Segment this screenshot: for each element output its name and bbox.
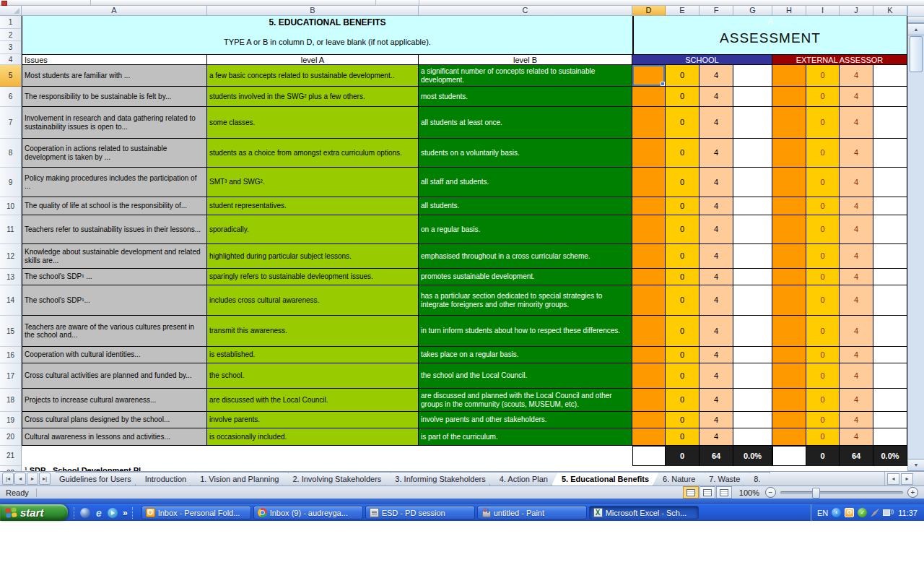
previous-sheet-button[interactable]: ◂ (14, 473, 26, 485)
school-zero-cell[interactable]: 0 (666, 87, 699, 107)
row-number[interactable]: 20 (0, 428, 22, 446)
external-four-cell[interactable]: 4 (840, 244, 873, 269)
scroll-down-button[interactable]: ▼ (908, 459, 924, 471)
taskbar-window-button[interactable]: Inbox - Personal Fold... (141, 506, 251, 519)
external-four-cell[interactable]: 4 (840, 107, 873, 139)
row-number[interactable]: 16 (0, 347, 22, 363)
row-number[interactable]: 18 (0, 389, 22, 412)
school-four-cell[interactable]: 4 (699, 285, 733, 316)
sheet-tab[interactable]: Guidelines for Users (56, 472, 141, 486)
taskbar-window-button[interactable]: Inbox (9) - audreyga... (253, 506, 363, 519)
school-four-cell[interactable]: 4 (699, 389, 733, 412)
school-zero-cell[interactable]: 0 (666, 428, 699, 446)
school-zero-cell[interactable]: 0 (666, 363, 699, 389)
select-all-corner[interactable] (0, 6, 22, 16)
sheet-tab[interactable]: 3. Informing Stakeholders (385, 472, 495, 486)
issue-cell[interactable]: Cross cultural plans designed by the sch… (22, 412, 207, 428)
external-zero-cell[interactable]: 0 (806, 65, 840, 87)
external-four-cell[interactable]: 4 (840, 168, 873, 197)
external-four-cell[interactable]: 4 (840, 269, 873, 285)
school-total-answer-cell[interactable] (632, 446, 666, 466)
external-zero-cell[interactable]: 0 (806, 244, 840, 269)
level-b-cell[interactable]: students on a voluntarily basis. (419, 139, 632, 168)
external-four-cell[interactable]: 4 (840, 428, 873, 446)
level-a-cell[interactable]: the school. (207, 363, 419, 389)
column-header-c[interactable]: C (419, 6, 632, 16)
external-zero-cell[interactable]: 0 (806, 139, 840, 168)
external-answer-cell[interactable] (772, 65, 806, 87)
external-zero-cell[interactable]: 0 (806, 269, 840, 285)
column-header-e[interactable]: E (666, 6, 699, 16)
external-four-cell[interactable]: 4 (840, 347, 873, 363)
external-score-cell[interactable] (873, 244, 907, 269)
column-header-a[interactable]: A (22, 6, 207, 16)
external-score-cell[interactable] (873, 347, 907, 363)
school-zero-cell[interactable]: 0 (666, 168, 699, 197)
school-zero-cell[interactable]: 0 (666, 244, 699, 269)
school-score-cell[interactable] (733, 363, 772, 389)
school-score-cell[interactable] (733, 269, 772, 285)
school-total-percent[interactable]: 0.0% (733, 446, 772, 466)
external-zero-cell[interactable]: 0 (806, 197, 840, 215)
row-number[interactable]: 4 (0, 54, 22, 65)
external-zero-cell[interactable]: 0 (806, 428, 840, 446)
row-number[interactable]: 5 (0, 65, 22, 87)
assessment-title-cell[interactable]: A ASSESSMENT (632, 16, 907, 54)
school-four-cell[interactable]: 4 (699, 428, 733, 446)
column-header-b[interactable]: B (207, 6, 419, 16)
level-a-cell[interactable]: SMT³ and SWG². (207, 168, 419, 197)
school-score-cell[interactable] (733, 316, 772, 347)
external-answer-cell[interactable] (772, 389, 806, 412)
row-number[interactable]: 14 (0, 285, 22, 316)
external-answer-cell[interactable] (772, 412, 806, 428)
zoom-in-button[interactable]: + (907, 487, 918, 498)
column-header-h[interactable]: H (772, 6, 806, 16)
row-number[interactable]: 2 (0, 29, 22, 42)
school-score-cell[interactable] (733, 285, 772, 316)
page-layout-view-button[interactable] (699, 486, 715, 499)
level-b-cell[interactable]: most students. (419, 87, 632, 107)
issue-cell[interactable]: Policy making procedures includes the pa… (22, 168, 207, 197)
level-a-cell[interactable]: is occasionally included. (207, 428, 419, 446)
level-a-cell[interactable]: includes cross cultural awareness. (207, 285, 419, 316)
issue-cell[interactable]: The school's SDP¹ ... (22, 269, 207, 285)
outlook-tray-icon[interactable]: O (845, 508, 854, 517)
level-b-cell[interactable]: in turn inform students about how to res… (419, 316, 632, 347)
external-zero-cell[interactable]: 0 (806, 347, 840, 363)
issue-cell[interactable]: Knowledge about sustainable development … (22, 244, 207, 269)
level-a-cell[interactable]: student representatives. (207, 197, 419, 215)
external-answer-cell[interactable] (772, 244, 806, 269)
school-zero-cell[interactable]: 0 (666, 285, 699, 316)
issue-cell[interactable]: Teachers refer to sustainability issues … (22, 215, 207, 244)
external-zero-cell[interactable]: 0 (806, 168, 840, 197)
external-assessor-header-cell[interactable]: EXTERNAL ASSESSOR (772, 54, 907, 65)
school-score-cell[interactable] (733, 168, 772, 197)
taskbar-window-button[interactable]: untitled - Paint (477, 506, 587, 519)
normal-view-button[interactable] (683, 486, 699, 499)
row-number[interactable]: 15 (0, 316, 22, 347)
quick-launch-icon-1[interactable] (80, 508, 90, 518)
row-number[interactable]: 1 (0, 16, 22, 29)
row-number[interactable]: 10 (0, 197, 22, 215)
level-b-header-cell[interactable]: level B (419, 54, 632, 65)
sheet-tab[interactable]: 1. Vision and Planning (190, 472, 289, 486)
external-four-cell[interactable]: 4 (840, 139, 873, 168)
issues-header-cell[interactable]: Issues (22, 54, 207, 65)
row-number[interactable]: 13 (0, 269, 22, 285)
school-four-cell[interactable]: 4 (699, 139, 733, 168)
external-four-cell[interactable]: 4 (840, 215, 873, 244)
external-four-cell[interactable]: 4 (840, 412, 873, 428)
level-a-cell[interactable]: sporadically. (207, 215, 419, 244)
external-zero-cell[interactable]: 0 (806, 316, 840, 347)
language-indicator[interactable]: EN (817, 509, 828, 517)
external-answer-cell[interactable] (772, 316, 806, 347)
school-zero-cell[interactable]: 0 (666, 316, 699, 347)
external-answer-cell[interactable] (772, 139, 806, 168)
antivirus-check-icon[interactable]: ✓ (858, 508, 867, 517)
external-score-cell[interactable] (873, 412, 907, 428)
external-total-percent[interactable]: 0.0% (873, 446, 907, 466)
external-answer-cell[interactable] (772, 168, 806, 197)
column-header-g[interactable]: G (733, 6, 772, 16)
level-b-cell[interactable]: takes place on a regular basis. (419, 347, 632, 363)
external-zero-cell[interactable]: 0 (806, 87, 840, 107)
